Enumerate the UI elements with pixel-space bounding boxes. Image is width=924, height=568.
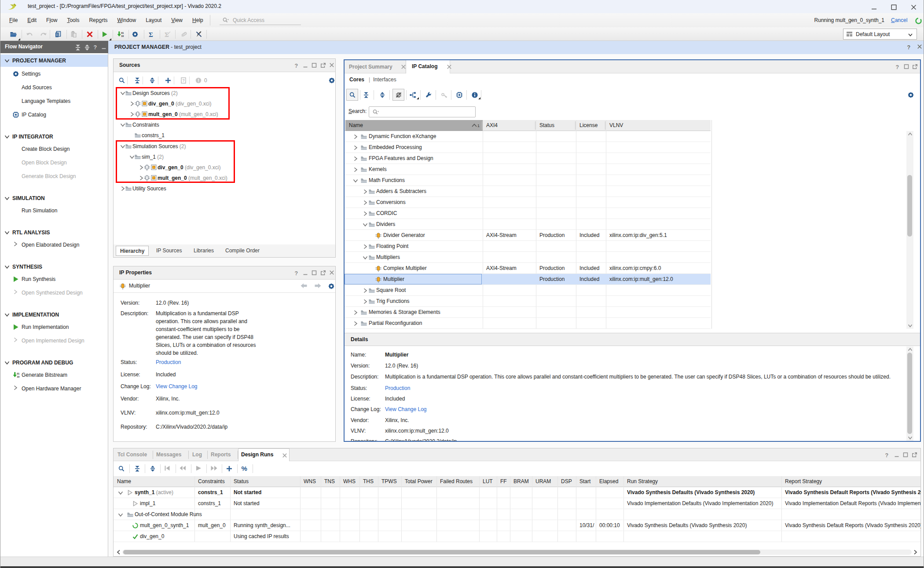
catalog-row-fpga-features-and-design[interactable]: FPGA Features and Design: [345, 153, 711, 164]
layout-selector[interactable]: Default Layout: [843, 29, 917, 40]
gear-icon[interactable]: [328, 77, 335, 84]
run-icon[interactable]: [99, 29, 110, 40]
minimize-panel-icon[interactable]: [894, 452, 899, 458]
flownav-item-open-synthesized-design[interactable]: Open Synthesized Design: [0, 288, 108, 298]
report-sigma-icon[interactable]: Σ: [146, 29, 157, 40]
catalog-row-trig-functions[interactable]: Trig Functions: [345, 296, 711, 307]
flownav-item-open-block-design[interactable]: Open Block Design: [0, 157, 108, 168]
column-header-status[interactable]: Status: [536, 120, 576, 131]
collapse-all-icon[interactable]: [74, 44, 81, 51]
design-run-row-div-gen-0[interactable]: div_gen_0Using cached IP results: [114, 531, 920, 542]
timing-disabled-icon[interactable]: Σ: [162, 29, 173, 40]
column-header-ff[interactable]: FF: [497, 476, 510, 487]
cancel-link[interactable]: Cancel: [891, 13, 907, 27]
close-icon[interactable]: [282, 453, 287, 458]
scroll-down-icon[interactable]: [908, 324, 913, 328]
chevron-down-icon[interactable]: [4, 264, 10, 269]
column-separator[interactable]: [482, 121, 482, 130]
column-header-tpws[interactable]: TPWS: [378, 476, 401, 487]
chevron-right-icon[interactable]: [353, 145, 358, 150]
flownav-item-run-simulation[interactable]: Run Simulation: [0, 205, 108, 216]
column-header-lut[interactable]: LUT: [479, 476, 497, 487]
chevron-right-icon[interactable]: [363, 299, 368, 304]
scrollbar-thumb[interactable]: [907, 175, 912, 237]
percent-icon[interactable]: %: [241, 465, 248, 472]
design-run-row-out-of-context-module-runs[interactable]: Out-of-Context Module Runs: [114, 509, 920, 520]
flownav-item-run-synthesis[interactable]: Run Synthesis: [0, 274, 108, 284]
bottom-tab-messages[interactable]: Messages: [156, 448, 181, 461]
hierarchy-view-icon[interactable]: [409, 91, 417, 98]
column-header-dsp[interactable]: DSP: [557, 476, 576, 487]
catalog-row-multipliers[interactable]: Multipliers: [345, 252, 711, 263]
maximize-panel-icon[interactable]: [903, 452, 908, 458]
column-header-total-power[interactable]: Total Power: [401, 476, 436, 487]
catalog-row-square-root[interactable]: Square Root: [345, 285, 711, 296]
minimize-panel-icon[interactable]: [303, 62, 308, 68]
column-header-failed-routes[interactable]: Failed Routes: [436, 476, 479, 487]
menu-view[interactable]: View: [166, 13, 187, 27]
help-icon[interactable]: ?: [906, 44, 912, 50]
play-icon[interactable]: [195, 465, 202, 471]
column-header-constraints[interactable]: Constraints: [194, 476, 230, 487]
menu-file[interactable]: File: [4, 13, 22, 27]
open-folder-icon[interactable]: [8, 29, 19, 40]
column-header-axi4[interactable]: AXI4: [483, 120, 536, 131]
previous-icon[interactable]: [179, 465, 187, 471]
flownav-section-project-manager[interactable]: PROJECT MANAGER: [0, 55, 108, 67]
delete-icon[interactable]: [84, 29, 95, 40]
float-panel-icon[interactable]: [320, 62, 326, 68]
chevron-down-icon[interactable]: [118, 512, 123, 517]
column-header-elapsed[interactable]: Elapsed: [596, 476, 623, 487]
sources-tab-ip-sources[interactable]: IP Sources: [152, 246, 186, 256]
column-header-run-strategy[interactable]: Run Strategy: [623, 476, 781, 487]
copy-icon[interactable]: [53, 29, 63, 40]
flownav-item-run-implementation[interactable]: Run Implementation: [0, 322, 108, 332]
catalog-row-dividers[interactable]: Dividers: [345, 219, 711, 230]
chevron-right-icon[interactable]: [353, 167, 358, 172]
field-value-link[interactable]: Production: [385, 385, 410, 391]
minimize-button[interactable]: [866, 2, 881, 12]
column-header-license[interactable]: License: [576, 120, 606, 131]
scroll-left-icon[interactable]: [116, 550, 121, 555]
float-panel-icon[interactable]: [912, 64, 918, 69]
customize-wrench-icon[interactable]: [425, 91, 432, 98]
scroll-up-icon[interactable]: [908, 132, 913, 136]
chevron-right-icon[interactable]: [13, 337, 18, 342]
collapse-all-icon[interactable]: [363, 91, 370, 98]
hide-incompatible-icon[interactable]: [392, 89, 404, 101]
first-run-icon[interactable]: [164, 465, 171, 471]
catalog-row-memories-storage-elements[interactable]: Memories & Storage Elements: [345, 307, 711, 318]
flownav-item-settings[interactable]: Settings: [0, 69, 108, 79]
column-header-bram[interactable]: BRAM: [510, 476, 532, 487]
probe-disabled-icon[interactable]: [179, 29, 189, 40]
chevron-down-icon[interactable]: [4, 230, 10, 235]
ip-settings-icon[interactable]: [456, 91, 463, 98]
chevron-down-icon[interactable]: [4, 312, 10, 317]
tab-project-summary[interactable]: Project Summary: [349, 60, 392, 73]
chevron-right-icon[interactable]: [13, 385, 18, 390]
messages-badge-icon[interactable]: [195, 77, 202, 84]
column-separator[interactable]: [575, 121, 576, 130]
flownav-item-open-hardware-manager[interactable]: Open Hardware Manager: [0, 383, 108, 394]
flownav-section-implementation[interactable]: IMPLEMENTATION: [0, 309, 108, 320]
chevron-right-icon[interactable]: [353, 321, 358, 326]
close-icon[interactable]: [447, 64, 452, 69]
collapse-all-icon[interactable]: [134, 77, 141, 84]
field-value-link[interactable]: View Change Log: [385, 406, 427, 412]
catalog-row-conversions[interactable]: Conversions: [345, 197, 711, 208]
flownav-item-language-templates[interactable]: Language Templates: [0, 96, 108, 106]
close-panel-icon[interactable]: [329, 270, 334, 275]
source-tree-row-constrs_1[interactable]: constrs_1: [114, 130, 336, 141]
expand-all-icon[interactable]: [84, 44, 91, 51]
help-icon[interactable]: ?: [895, 64, 900, 70]
menu-layout[interactable]: Layout: [141, 13, 166, 27]
expand-all-icon[interactable]: [379, 91, 386, 98]
scroll-down-icon[interactable]: [908, 436, 913, 440]
catalog-row-floating-point[interactable]: Floating Point: [345, 241, 711, 252]
column-separator[interactable]: [605, 121, 605, 130]
bitstream-icon[interactable]: 0110: [115, 29, 125, 40]
close-icon[interactable]: [917, 44, 922, 49]
chevron-down-icon[interactable]: [4, 360, 10, 365]
column-header-uram[interactable]: URAM: [532, 476, 557, 487]
column-header-tns[interactable]: TNS: [321, 476, 340, 487]
